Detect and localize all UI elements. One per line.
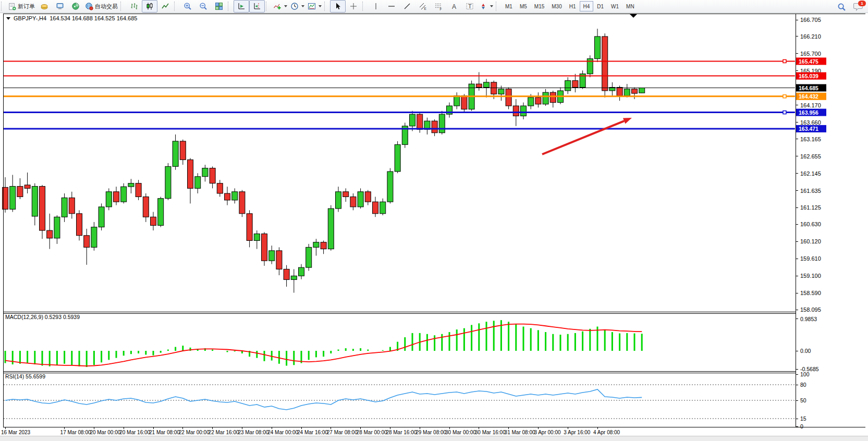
candle xyxy=(358,192,363,207)
dropdown-caret-icon xyxy=(301,5,304,7)
tile-windows-icon xyxy=(215,2,223,10)
toolbar-grip[interactable] xyxy=(1,2,5,11)
time-label: 28 Mar 16:00 xyxy=(386,430,417,435)
tf-m15[interactable]: M15 xyxy=(531,1,548,11)
candle xyxy=(321,242,326,249)
search-icon xyxy=(837,3,846,11)
macd-indicator-label: MACD(12,26,9) 0.5293 0.5939 xyxy=(5,314,80,320)
notification-badge: 1 xyxy=(858,1,866,6)
text-label-button[interactable]: T xyxy=(462,0,478,13)
candle xyxy=(136,183,141,197)
timeframe-group: M1 M5 M15 M30 H1 H4 D1 W1 MN xyxy=(502,1,638,11)
search-button[interactable] xyxy=(834,1,849,13)
chart-window: 166.705166.210165.700165.190164.170163.6… xyxy=(0,13,868,436)
chart-ohlc-values: 164.534 164.688 164.525 164.685 xyxy=(50,15,137,21)
tf-mn[interactable]: MN xyxy=(622,1,638,11)
candlestick-chart-button[interactable] xyxy=(142,0,157,13)
signals-button[interactable] xyxy=(68,0,83,13)
indicators-icon xyxy=(273,2,282,10)
toolbar-grip[interactable] xyxy=(174,2,178,11)
candle xyxy=(543,92,548,104)
new-order-button[interactable]: 新订单 xyxy=(7,0,36,13)
horizontal-line-button[interactable] xyxy=(384,0,399,13)
candle xyxy=(77,214,82,236)
periods-clock-icon xyxy=(290,2,299,10)
price-line-handle[interactable] xyxy=(783,59,786,63)
candle xyxy=(128,183,134,187)
chart-symbol-period: GBPJPY-,H4 xyxy=(14,15,46,21)
chart-shift-marker[interactable] xyxy=(630,14,637,18)
time-label: 17 Mar 08:00 xyxy=(60,430,91,435)
candle xyxy=(225,193,230,200)
equidistant-channel-button[interactable]: E xyxy=(415,0,431,13)
toolbar-grip[interactable] xyxy=(496,2,500,11)
bar-chart-button[interactable] xyxy=(126,0,142,13)
zoom-out-button[interactable] xyxy=(195,0,211,13)
chart-menu-icon[interactable] xyxy=(6,17,10,20)
macd-axis-label: 0.00 xyxy=(800,348,811,354)
candle xyxy=(373,202,378,214)
candle xyxy=(217,183,223,193)
tf-h4[interactable]: H4 xyxy=(580,1,594,11)
time-label: 3 Apr 00:00 xyxy=(534,430,561,435)
tf-m1[interactable]: M1 xyxy=(502,1,516,11)
tf-d1[interactable]: D1 xyxy=(593,1,607,11)
candle xyxy=(262,234,267,261)
rsi-axis-label: 15 xyxy=(800,415,806,422)
time-label: 30 Mar 00:00 xyxy=(445,430,476,435)
trend-arrow[interactable] xyxy=(542,121,624,154)
zoom-in-button[interactable] xyxy=(180,0,195,13)
arrows-shapes-icon xyxy=(479,2,487,10)
templates-button[interactable] xyxy=(306,0,323,13)
candle xyxy=(247,214,252,241)
time-label: 20 Mar 16:00 xyxy=(119,430,150,435)
market-watch-button[interactable] xyxy=(36,0,52,13)
vertical-line-button[interactable] xyxy=(368,0,384,13)
toolbar-grip[interactable] xyxy=(266,2,270,11)
price-line-handle[interactable] xyxy=(783,95,786,98)
dropdown-caret-icon xyxy=(490,5,493,7)
candle xyxy=(239,192,245,214)
candle xyxy=(632,89,638,93)
indicators-button[interactable] xyxy=(272,0,289,13)
candle xyxy=(188,160,193,188)
price-tick-label: 166.210 xyxy=(800,33,821,40)
data-window-button[interactable] xyxy=(52,0,68,13)
text-button[interactable]: A xyxy=(446,0,462,13)
candle xyxy=(528,97,534,106)
crosshair-button[interactable] xyxy=(346,0,361,13)
candle xyxy=(17,186,23,197)
autotrading-button[interactable]: 自动交易 xyxy=(83,0,119,13)
candle xyxy=(350,197,356,206)
toolbar-grip[interactable] xyxy=(324,2,328,11)
vertical-line-icon xyxy=(372,2,380,10)
notifications-button[interactable]: 1 xyxy=(853,1,865,13)
tf-m30[interactable]: M30 xyxy=(548,1,565,11)
candle xyxy=(25,185,30,188)
line-chart-button[interactable] xyxy=(157,0,173,13)
fibonacci-button[interactable]: F xyxy=(431,0,446,13)
price-line-handle[interactable] xyxy=(783,111,786,114)
tf-m5[interactable]: M5 xyxy=(516,1,531,11)
trend-arrow-head[interactable] xyxy=(623,118,632,124)
candle xyxy=(617,88,622,96)
tile-windows-button[interactable] xyxy=(211,0,227,13)
equidistant-channel-icon: E xyxy=(419,2,427,10)
chart-canvas[interactable]: 166.705166.210165.700165.190164.170163.6… xyxy=(0,13,868,436)
price-tick-label: 163.660 xyxy=(800,119,821,126)
toolbar-grip[interactable] xyxy=(362,2,366,11)
chart-shift-button[interactable] xyxy=(249,0,265,13)
cursor-button[interactable] xyxy=(330,0,346,13)
tf-w1[interactable]: W1 xyxy=(607,1,622,11)
tf-h1[interactable]: H1 xyxy=(566,1,580,11)
signals-icon xyxy=(71,2,80,10)
toolbar-grip[interactable] xyxy=(120,2,125,11)
candle xyxy=(343,192,349,197)
chart-shift-icon xyxy=(253,2,261,10)
periods-button[interactable] xyxy=(289,0,306,13)
trendline-button[interactable] xyxy=(399,0,415,13)
toolbar-grip[interactable] xyxy=(228,2,232,11)
auto-scroll-button[interactable] xyxy=(234,0,249,13)
arrows-shapes-button[interactable] xyxy=(478,0,495,13)
time-label: 23 Mar 08:00 xyxy=(238,430,268,435)
